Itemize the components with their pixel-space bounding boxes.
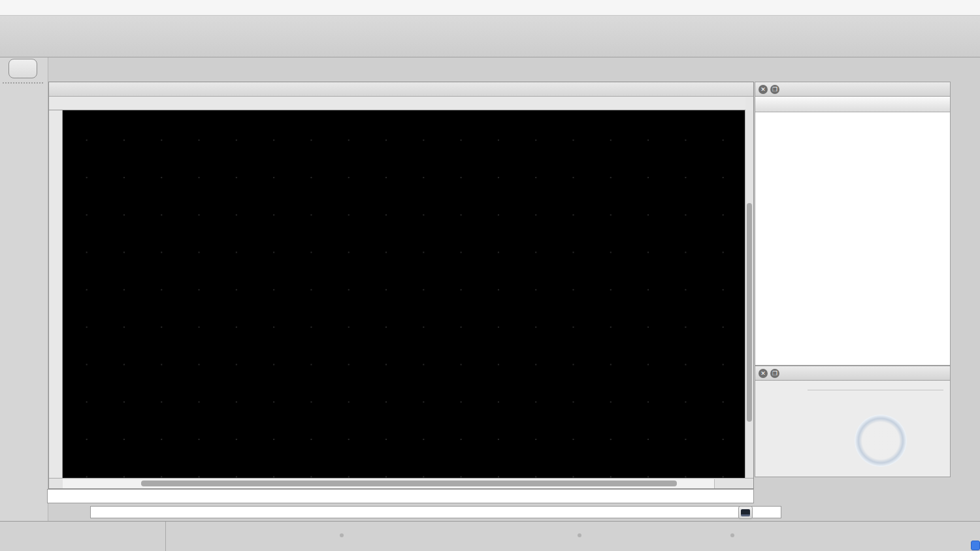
selection-mode-buttons — [760, 484, 951, 504]
cad-canvas[interactable] — [63, 110, 745, 479]
menu-bar — [0, 0, 980, 16]
statusbar-divider — [165, 522, 166, 551]
click-spotlight — [855, 415, 907, 467]
filter-group-line — [808, 390, 943, 390]
filter-body — [755, 381, 950, 477]
status-bar — [0, 521, 980, 551]
vertical-ruler — [49, 110, 63, 479]
canvas-bottom-bar — [49, 478, 753, 488]
collapse-icon[interactable]: ❐ — [770, 369, 779, 378]
tool-palette — [0, 57, 48, 521]
command-history — [47, 489, 754, 503]
drawing-window — [48, 82, 754, 489]
close-icon[interactable]: ✕ — [759, 85, 768, 94]
corner-resize-button[interactable] — [971, 541, 980, 550]
drawing-window-titlebar[interactable] — [49, 82, 753, 97]
layer-panel-header: ✕ ❐ — [755, 82, 950, 97]
command-input-row — [47, 503, 754, 521]
selection-filter-panel: ✕ ❐ — [755, 366, 951, 477]
horizontal-scrollbar[interactable] — [63, 479, 715, 488]
status-dot — [730, 533, 734, 537]
layer-list-panel: ✕ ❐ — [755, 82, 951, 366]
layer-toolbar — [755, 97, 950, 112]
vertical-scrollbar[interactable] — [745, 110, 753, 479]
vertical-scrollbar-thumb[interactable] — [747, 203, 752, 422]
status-dot — [578, 533, 581, 537]
main-toolbar — [0, 16, 980, 57]
palette-divider — [3, 82, 43, 84]
filter-panel-header: ✕ ❐ — [755, 366, 950, 381]
close-icon[interactable]: ✕ — [759, 369, 768, 378]
palette-select-button[interactable] — [8, 59, 37, 78]
command-console-button[interactable] — [738, 506, 753, 519]
collapse-icon[interactable]: ❐ — [770, 85, 779, 94]
horizontal-ruler — [63, 97, 745, 110]
status-dot — [340, 533, 344, 537]
application-window: ✕ ❐ ✕ ❐ — [0, 0, 980, 551]
panel-toggle-strip — [953, 84, 979, 521]
horizontal-scrollbar-thumb[interactable] — [141, 480, 677, 486]
command-input[interactable] — [90, 506, 781, 518]
console-icon — [741, 509, 750, 516]
ruler-corner — [49, 97, 63, 110]
